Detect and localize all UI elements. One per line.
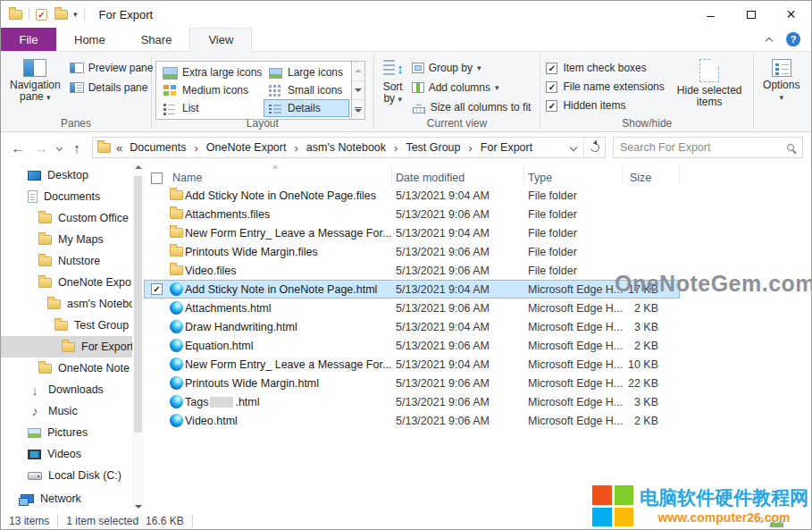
tree-item-music[interactable]: ♪Music [1,400,132,422]
tree-item-label: Downloads [48,383,104,396]
file-type: File folder [524,208,623,221]
tree-item-asm-s-notebo[interactable]: asm's Notebo [1,293,132,315]
preview-pane-button[interactable]: Preview pane [66,60,157,76]
tree-scrollbar[interactable] [132,163,144,511]
layout-option-list-view[interactable]: List [158,99,264,117]
tree-item-desktop[interactable]: Desktop [1,164,132,186]
file-row[interactable]: Attachments.html5/13/2021 9:06 AMMicroso… [144,299,680,317]
file-row[interactable]: ✓Add Sticky Note in OneNote Page.html5/1… [144,280,680,299]
hide-selected-items-button[interactable]: Hide selecteditems [672,56,748,111]
tree-item-videos[interactable]: Videos [1,443,132,465]
layout-option-details-view[interactable]: Details [264,99,349,117]
breadcrumb-separator-icon[interactable]: › [388,141,404,155]
select-all-checkbox[interactable] [144,164,167,186]
tree-item-custom-office[interactable]: Custom Office [1,207,132,229]
file-row[interactable]: Printouts Wide Margin.files5/13/2021 9:0… [144,242,680,261]
tree-item-for-export[interactable]: For Export [1,336,132,358]
tab-file[interactable]: File [1,28,56,51]
column-header-size[interactable]: Size [623,164,680,186]
tree-item-onenote-note[interactable]: OneNote Note [1,358,132,379]
navigation-pane-button[interactable]: Navigationpane ▾ [4,56,66,106]
maximize-button[interactable] [731,1,771,28]
edge-icon [170,301,183,315]
breadcrumb-item-onenote-export[interactable]: OneNote Export [205,139,289,156]
breadcrumb-separator-icon[interactable]: › [288,141,304,155]
ribbon-group-current-view: ↕ Sortby ▾ Group by ▾ Add columns ▾ ↔ Si… [374,52,540,131]
tab-share[interactable]: Share [123,28,190,51]
options-button[interactable]: Options▾ [758,56,805,106]
column-header-name[interactable]: Name [167,164,392,186]
breadcrumb-collapse-icon[interactable]: « [116,141,122,155]
file-row[interactable]: Video.html5/13/2021 9:06 AMMicrosoft Edg… [144,411,680,430]
tree-item-nutstore[interactable]: Nutstore [1,250,132,272]
tree-item-network[interactable]: Network [1,488,132,509]
tab-view[interactable]: View [189,28,252,52]
file-row[interactable]: Printouts Wide Margin.html5/13/2021 9:06… [144,374,680,392]
file-row[interactable]: Tags.html5/13/2021 9:06 AMMicrosoft Edge… [144,392,680,411]
layout-scroll-down-icon[interactable] [352,81,364,101]
file-row[interactable]: Equation.html5/13/2021 9:06 AMMicrosoft … [144,336,680,355]
network-icon [21,494,34,503]
tree-item-downloads[interactable]: ↓Downloads [1,379,132,400]
checkbox-hidden-items[interactable]: ✓Hidden items [544,98,666,113]
tab-home[interactable]: Home [56,28,123,51]
tree-item-local-disk-c[interactable]: Local Disk (C:) [1,465,132,486]
search-input[interactable] [620,141,787,154]
refresh-button[interactable] [583,138,605,157]
file-row[interactable]: Attachments.files5/13/2021 9:06 AMFile f… [144,205,680,223]
checkbox-icon[interactable]: ✓ [546,63,557,74]
column-header-type[interactable]: Type [524,164,623,186]
column-header-date-modified[interactable]: Date modified [392,164,524,186]
checkbox-icon[interactable]: ✓ [546,81,557,93]
add-columns-button[interactable]: Add columns ▾ [408,80,535,96]
address-bar[interactable]: « Documents›OneNote Export›asm's Noteboo… [92,137,606,158]
help-icon[interactable]: ? [786,32,800,46]
layout-scroll-up-icon[interactable] [352,62,364,81]
layout-option-medium-icons[interactable]: Medium icons [158,81,264,99]
forward-button[interactable]: → [29,136,53,159]
breadcrumb-separator-icon[interactable]: › [463,141,479,155]
file-row[interactable]: Video.files5/13/2021 9:06 AMFile folder [144,261,680,280]
checkbox-icon[interactable]: ✓ [546,100,557,112]
tree-item-documents[interactable]: Documents [1,186,132,207]
layout-more-icon[interactable] [352,100,364,119]
file-row[interactable]: New Form Entry_ Leave a Message For...5/… [144,223,680,242]
minimize-button[interactable]: – [691,1,731,28]
breadcrumb-item-test-group[interactable]: Test Group [404,139,462,156]
tree-item-onenote-expo[interactable]: OneNote Expo [1,272,132,293]
file-row[interactable]: Add Sticky Note in OneNote Page.files5/1… [144,186,680,205]
recent-locations-dropdown-icon[interactable] [53,136,65,159]
layout-option-extra-large-icons[interactable]: Extra large icons [158,63,264,81]
tree-item-my-maps[interactable]: My Maps [1,229,132,250]
qat-customize-dropdown-icon[interactable]: ▾ [73,10,78,19]
breadcrumb-separator-icon[interactable]: › [188,141,204,155]
file-row[interactable]: Draw Handwriting.html5/13/2021 9:04 AMMi… [144,317,680,336]
back-button[interactable]: ← [6,136,29,159]
qat-new-folder-icon[interactable] [54,10,68,20]
file-row[interactable]: New Form Entry_ Leave a Message For...5/… [144,355,680,374]
collapse-ribbon-icon[interactable] [766,37,773,44]
breadcrumb-item-documents[interactable]: Documents [128,139,188,156]
layout-option-large-icons[interactable]: Large icons [264,63,349,81]
scroll-down-icon[interactable] [135,505,142,509]
breadcrumb-item-asm-s-notebook[interactable]: asm's Notebook [305,139,388,156]
address-dropdown-icon[interactable] [564,138,583,157]
row-checkbox[interactable]: ✓ [151,283,163,295]
checkbox-file-name-extensions[interactable]: ✓File name extensions [544,80,666,94]
tree-item-pictures[interactable]: Pictures [1,422,132,443]
tree-item-test-group[interactable]: Test Group [1,315,132,336]
address-folder-icon [97,143,111,153]
details-pane-button[interactable]: Details pane [66,80,157,96]
file-name: Add Sticky Note in OneNote Page.html [185,283,392,296]
checkbox-item-check-boxes[interactable]: ✓Item check boxes [544,61,666,75]
qat-properties-icon[interactable]: ✓ [36,9,47,21]
layout-option-small-icons[interactable]: Small icons [264,81,349,99]
breadcrumb-item-for-export[interactable]: For Export [479,139,534,156]
scrollbar-thumb[interactable] [134,176,142,433]
up-button[interactable]: ↑ [65,136,88,159]
group-by-button[interactable]: Group by ▾ [408,60,535,76]
search-box[interactable] [613,137,803,158]
sort-by-button[interactable]: ↕ Sortby ▾ [378,56,408,108]
size-all-columns-button[interactable]: ↔ Size all columns to fit [408,99,535,115]
close-button[interactable]: × [771,1,811,28]
